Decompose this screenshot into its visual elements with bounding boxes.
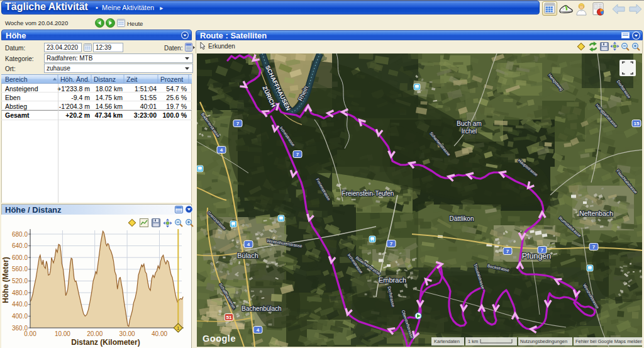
svg-text:7: 7 — [592, 244, 596, 250]
svg-text:Nutzungsbedingungen: Nutzungsbedingungen — [520, 339, 567, 344]
svg-text:7: 7 — [236, 121, 240, 126]
svg-text:15: 15 — [634, 121, 640, 126]
svg-text:Dättlikon: Dättlikon — [450, 215, 474, 222]
svg-text:Bachenbülach: Bachenbülach — [242, 305, 281, 312]
svg-text:Kartendaten: Kartendaten — [434, 339, 460, 344]
svg-text:1 km: 1 km — [468, 339, 478, 344]
svg-text:Google: Google — [203, 334, 236, 344]
svg-text:Bülach: Bülach — [237, 252, 258, 259]
svg-text:4: 4 — [247, 242, 250, 247]
svg-text:0.00: 0.00 — [24, 330, 36, 337]
svg-text:Freienstein-Teufen: Freienstein-Teufen — [342, 190, 394, 197]
svg-text:7: 7 — [541, 247, 544, 253]
svg-text:51: 51 — [226, 315, 232, 320]
svg-text:440.0: 440.0 — [12, 301, 28, 308]
svg-text:Buch am: Buch am — [457, 120, 481, 127]
svg-text:680.0: 680.0 — [12, 231, 28, 238]
svg-text:20.00: 20.00 — [87, 330, 103, 337]
svg-text:40.00: 40.00 — [152, 330, 167, 337]
svg-text:600.0: 600.0 — [12, 254, 28, 261]
svg-text:7: 7 — [506, 249, 509, 254]
svg-text:640.0: 640.0 — [12, 242, 28, 249]
svg-text:4: 4 — [257, 327, 260, 333]
svg-text:480.0: 480.0 — [12, 289, 28, 296]
svg-text:Distanz (Kilometer): Distanz (Kilometer) — [71, 338, 140, 347]
svg-text:360.0: 360.0 — [12, 325, 28, 332]
svg-text:1: 1 — [177, 326, 179, 330]
svg-text:Irchel: Irchel — [462, 128, 477, 135]
svg-text:560.0: 560.0 — [12, 266, 28, 272]
svg-text:30.00: 30.00 — [119, 330, 135, 337]
svg-text:400.0: 400.0 — [12, 313, 28, 320]
svg-text:4: 4 — [220, 147, 223, 153]
svg-text:520.0: 520.0 — [12, 278, 28, 284]
svg-text:7: 7 — [296, 152, 299, 157]
svg-text:Pfungen: Pfungen — [522, 252, 552, 261]
svg-text:Fehler bei Google Maps melden: Fehler bei Google Maps melden — [575, 339, 642, 344]
svg-text:Höhe (Meter): Höhe (Meter) — [1, 257, 10, 303]
svg-text:10.00: 10.00 — [55, 330, 70, 337]
svg-text:Neftenbach: Neftenbach — [579, 210, 613, 217]
svg-text:7: 7 — [390, 241, 393, 247]
svg-text:Embrach: Embrach — [379, 276, 406, 284]
